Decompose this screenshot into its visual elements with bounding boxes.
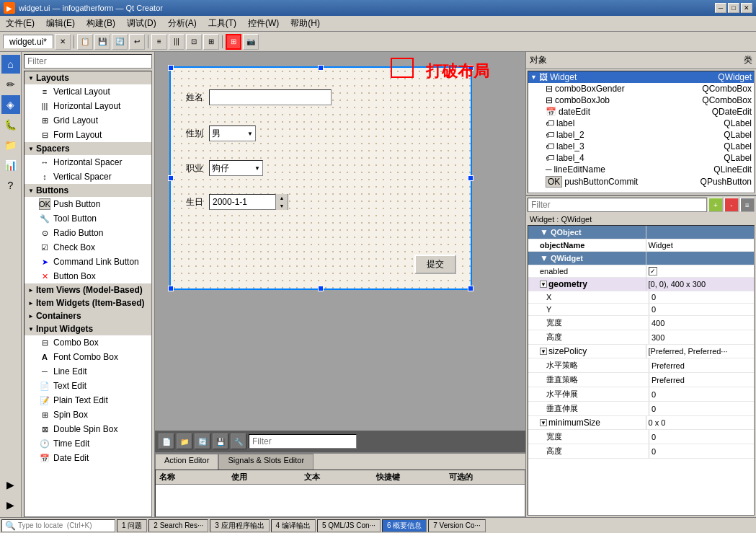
canvas-filter-input[interactable] bbox=[249, 434, 357, 449]
prop-section-qobject[interactable]: ▼QObject bbox=[528, 226, 754, 239]
prop-row-width[interactable]: 宽度 400 bbox=[528, 316, 754, 330]
menu-build[interactable]: 构建(B) bbox=[81, 16, 121, 31]
widget-vertical-layout[interactable]: ≡ Vertical Layout bbox=[25, 84, 151, 99]
widget-radio-button[interactable]: ⊙ Radio Button bbox=[25, 226, 151, 240]
sidebar-analyze[interactable]: 📊 bbox=[1, 156, 20, 175]
obj-row-widget[interactable]: ▼ 🖼 Widget QWidget bbox=[528, 71, 754, 83]
minsize-expand[interactable]: ▼ bbox=[540, 419, 547, 426]
prop-row-geometry[interactable]: ▼ geometry [0, 0), 400 x 300 bbox=[528, 278, 754, 291]
property-menu-btn[interactable]: ≡ bbox=[740, 198, 755, 212]
canvas-btn-1[interactable]: 📄 bbox=[159, 433, 174, 449]
design-canvas[interactable]: 姓名 性别 男 ▼ 职业 狗仔 ▼ bbox=[169, 66, 472, 290]
toolbar-btn-5[interactable]: 📷 bbox=[243, 34, 259, 50]
locate-input[interactable] bbox=[18, 521, 112, 529]
sidebar-welcome[interactable]: ⌂ bbox=[1, 55, 20, 74]
combo-gender[interactable]: 男 ▼ bbox=[209, 125, 256, 141]
spinbox-birthday[interactable]: 2000-1-1 ▲ ▼ bbox=[209, 194, 288, 210]
spinbox-down[interactable]: ▼ bbox=[276, 202, 288, 210]
section-containers[interactable]: ► Containers bbox=[25, 309, 151, 322]
status-search-results[interactable]: 2 Search Res··· bbox=[148, 519, 208, 532]
maximize-button[interactable]: □ bbox=[728, 3, 739, 13]
widget-date-edit[interactable]: 📅 Date Edit bbox=[25, 451, 151, 465]
prop-row-minheight[interactable]: 高度 0 bbox=[528, 444, 754, 459]
property-filter-input[interactable] bbox=[528, 198, 707, 212]
obj-row-label4[interactable]: 🏷 label_4 QLabel bbox=[528, 152, 754, 164]
tab-signals-slots[interactable]: Signals & Slots Editor bbox=[218, 454, 313, 470]
obj-row-lineedit[interactable]: ─ lineEditName QLineEdit bbox=[528, 164, 754, 175]
obj-row-label[interactable]: 🏷 label QLabel bbox=[528, 118, 754, 129]
widget-vertical-spacer[interactable]: ↕ Vertical Spacer bbox=[25, 169, 151, 184]
widget-grid-layout[interactable]: ⊞ Grid Layout bbox=[25, 113, 151, 128]
grid-btn[interactable]: ⊞ bbox=[226, 34, 241, 50]
widget-font-combo-box[interactable]: A Font Combo Box bbox=[25, 350, 151, 364]
submit-button[interactable]: 提交 bbox=[414, 255, 456, 274]
prop-row-x[interactable]: X 0 bbox=[528, 291, 754, 304]
status-version[interactable]: 7 Version Co··· bbox=[428, 519, 486, 532]
sidebar-debug[interactable]: 🐛 bbox=[1, 115, 20, 134]
widget-push-button[interactable]: OK Push Button bbox=[25, 197, 151, 211]
combo-job[interactable]: 狗仔 ▼ bbox=[209, 160, 263, 176]
toolbar-btn-2[interactable]: 💾 bbox=[94, 34, 110, 50]
prop-enabled-checkbox[interactable]: ✓ bbox=[649, 267, 657, 276]
obj-row-label3[interactable]: 🏷 label_3 QLabel bbox=[528, 141, 754, 152]
status-overview[interactable]: 6 概要信息 bbox=[382, 519, 427, 532]
prop-row-height[interactable]: 高度 300 bbox=[528, 330, 754, 345]
obj-row-label2[interactable]: 🏷 label_2 QLabel bbox=[528, 129, 754, 141]
section-spacers[interactable]: ▼ Spacers bbox=[25, 142, 151, 155]
widget-horizontal-spacer[interactable]: ↔ Horizontal Spacer bbox=[25, 155, 151, 169]
section-buttons[interactable]: ▼ Buttons bbox=[25, 184, 151, 197]
obj-row-dateedit[interactable]: 📅 dateEdit QDateEdit bbox=[528, 106, 754, 118]
handle-br[interactable] bbox=[468, 286, 473, 291]
obj-row-pushbutton[interactable]: OK pushButtonCommit QPushButton bbox=[528, 175, 754, 188]
handle-tl[interactable] bbox=[168, 65, 174, 71]
menu-file[interactable]: 文件(E) bbox=[0, 16, 40, 31]
toolbar-btn-1[interactable]: 📋 bbox=[77, 34, 93, 50]
widget-check-box[interactable]: ☑ Check Box bbox=[25, 240, 151, 255]
close-tab-button[interactable]: ✕ bbox=[55, 34, 71, 50]
widget-line-edit[interactable]: ─ Line Edit bbox=[25, 364, 151, 379]
handle-bl[interactable] bbox=[168, 286, 174, 291]
sidebar-bottom-1[interactable]: ▶ bbox=[1, 475, 20, 494]
property-remove-btn[interactable]: - bbox=[724, 198, 739, 212]
prop-row-minwidth[interactable]: 宽度 0 bbox=[528, 430, 754, 444]
handle-bm[interactable] bbox=[318, 286, 324, 291]
geometry-expand[interactable]: ▼ bbox=[540, 281, 547, 288]
handle-tm[interactable] bbox=[318, 65, 324, 71]
tab-action-editor[interactable]: Action Editor bbox=[155, 454, 218, 470]
prop-section-qwidget[interactable]: ▼QWidget bbox=[528, 252, 754, 265]
status-qml[interactable]: 5 QML/JS Con··· bbox=[317, 519, 381, 532]
status-compile-output[interactable]: 4 编译输出 bbox=[271, 519, 316, 532]
prop-row-minsize[interactable]: ▼ minimumSize 0 x 0 bbox=[528, 416, 754, 430]
menu-debug[interactable]: 调试(D) bbox=[121, 16, 162, 31]
widget-form-layout[interactable]: ⊟ Form Layout bbox=[25, 128, 151, 142]
spinbox-up[interactable]: ▲ bbox=[276, 194, 288, 202]
sidebar-edit[interactable]: ✏ bbox=[1, 75, 20, 94]
prop-row-objectname[interactable]: objectName Widget bbox=[528, 239, 754, 252]
widget-double-spin-box[interactable]: ⊠ Double Spin Box bbox=[25, 422, 151, 436]
sizepolicy-expand[interactable]: ▼ bbox=[540, 348, 547, 355]
handle-ml[interactable] bbox=[168, 175, 174, 181]
section-item-views[interactable]: ► Item Views (Model-Based) bbox=[25, 283, 151, 296]
input-name[interactable] bbox=[209, 89, 332, 105]
prop-row-vstretch[interactable]: 垂直伸展 0 bbox=[528, 402, 754, 416]
sidebar-bottom-2[interactable]: ▶ bbox=[1, 495, 20, 514]
widget-tab[interactable]: widget.ui* bbox=[3, 35, 53, 48]
status-app-output[interactable]: 3 应用程序输出 bbox=[210, 519, 269, 532]
canvas-btn-3[interactable]: 🔄 bbox=[195, 433, 210, 449]
sidebar-project[interactable]: 📁 bbox=[1, 136, 20, 154]
close-button[interactable]: ✕ bbox=[741, 3, 752, 13]
obj-row-combogender[interactable]: ⊟ comboBoxGender QComboBox bbox=[528, 83, 754, 94]
handle-mr[interactable] bbox=[468, 175, 473, 181]
toolbar-btn-4[interactable]: ↩ bbox=[129, 34, 145, 50]
canvas-btn-5[interactable]: 🔧 bbox=[231, 433, 246, 449]
property-add-btn[interactable]: + bbox=[708, 198, 723, 212]
widget-spin-box[interactable]: ⊞ Spin Box bbox=[25, 408, 151, 422]
widget-plain-text-edit[interactable]: 📝 Plain Text Edit bbox=[25, 393, 151, 408]
section-input-widgets[interactable]: ▼ Input Widgets bbox=[25, 322, 151, 335]
sidebar-design[interactable]: ◈ bbox=[1, 95, 20, 114]
menu-tools[interactable]: 工具(T) bbox=[203, 16, 242, 31]
prop-row-enabled[interactable]: enabled ✓ bbox=[528, 265, 754, 278]
widget-command-link[interactable]: ➤ Command Link Button bbox=[25, 255, 151, 269]
widget-text-edit[interactable]: 📄 Text Edit bbox=[25, 379, 151, 393]
prop-row-hstretch[interactable]: 水平伸展 0 bbox=[528, 387, 754, 402]
